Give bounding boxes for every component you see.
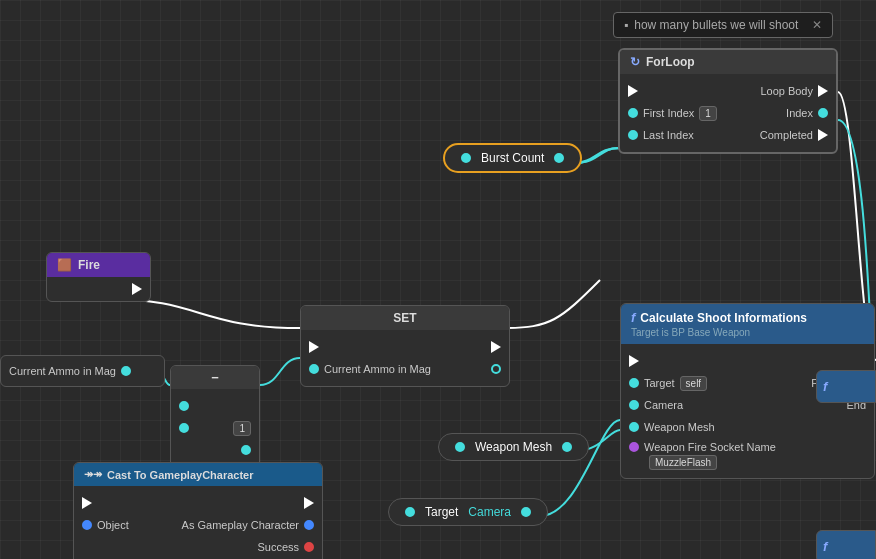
partial-func-icon-2: f bbox=[823, 539, 827, 554]
calc-target-pin[interactable] bbox=[629, 378, 639, 388]
calc-camera-pin[interactable] bbox=[629, 400, 639, 410]
calc-exec-row bbox=[621, 350, 874, 372]
completed-pin[interactable] bbox=[818, 129, 828, 141]
pin-row-first-index: First Index 1 Index bbox=[620, 102, 836, 124]
pin-row-last-index: Last Index Completed bbox=[620, 124, 836, 146]
cast-exec-out[interactable] bbox=[304, 497, 314, 509]
first-index-label: First Index bbox=[643, 107, 694, 119]
calc-socket-row: Weapon Fire Socket Name MuzzleFlash bbox=[621, 438, 874, 472]
func-icon: f bbox=[631, 310, 635, 325]
calc-mesh-pin[interactable] bbox=[629, 422, 639, 432]
cast-icon: ↠↠ bbox=[84, 468, 102, 481]
sub-in1-pin[interactable] bbox=[179, 401, 189, 411]
set-exec-out[interactable] bbox=[491, 341, 501, 353]
first-index-pin[interactable] bbox=[628, 108, 638, 118]
partial-node-top: f bbox=[816, 370, 876, 403]
calc-mesh-row: Weapon Mesh bbox=[621, 416, 874, 438]
set-ammo-row: Current Ammo in Mag bbox=[301, 358, 509, 380]
exec-in-pin[interactable] bbox=[628, 85, 638, 97]
subtract-body: 1 bbox=[171, 389, 259, 467]
comment-text: how many bullets we will shoot bbox=[634, 18, 798, 32]
cast-as-pin[interactable] bbox=[304, 520, 314, 530]
forloop-title: ForLoop bbox=[646, 55, 695, 69]
camera-pin[interactable] bbox=[521, 507, 531, 517]
camera-label: Camera bbox=[468, 505, 511, 519]
target-pin[interactable] bbox=[405, 507, 415, 517]
sub-out-pin[interactable] bbox=[241, 445, 251, 455]
last-index-label: Last Index bbox=[643, 129, 694, 141]
fire-body bbox=[47, 277, 150, 301]
ammo-out-pin[interactable] bbox=[121, 366, 131, 376]
sub-value[interactable]: 1 bbox=[233, 421, 251, 436]
comment-close[interactable]: ✕ bbox=[812, 18, 822, 32]
calc-socket-label: Weapon Fire Socket Name bbox=[644, 441, 776, 453]
cast-exec-in[interactable] bbox=[82, 497, 92, 509]
comment-icon: ▪ bbox=[624, 18, 628, 32]
cast-exec-row bbox=[74, 492, 322, 514]
calc-title: f Calculate Shoot Informations bbox=[631, 310, 864, 325]
cast-object-row: Object As Gameplay Character bbox=[74, 514, 322, 536]
calc-target-label: Target bbox=[644, 377, 675, 389]
cast-success-pin[interactable] bbox=[304, 542, 314, 552]
cast-success-row: Success bbox=[74, 536, 322, 558]
index-pin[interactable] bbox=[818, 108, 828, 118]
forloop-node: ↻ ForLoop Loop Body First Index 1 Index bbox=[618, 48, 838, 154]
cast-success-label: Success bbox=[257, 541, 299, 553]
set-ammo-label: Current Ammo in Mag bbox=[324, 363, 431, 375]
fire-exec-pin[interactable] bbox=[132, 283, 142, 295]
calc-mesh-label: Weapon Mesh bbox=[644, 421, 715, 433]
index-label: Index bbox=[786, 107, 813, 119]
loop-body-pin[interactable] bbox=[818, 85, 828, 97]
sub-in1-row bbox=[171, 395, 259, 417]
set-exec-row bbox=[301, 336, 509, 358]
set-ammo-out-pin[interactable] bbox=[491, 364, 501, 374]
partial-node-bottom: f bbox=[816, 530, 876, 559]
completed-label: Completed bbox=[760, 129, 813, 141]
fire-title: Fire bbox=[78, 258, 100, 272]
set-node: SET Current Ammo in Mag bbox=[300, 305, 510, 387]
calc-self-chip: self bbox=[680, 376, 708, 391]
set-body: Current Ammo in Mag bbox=[301, 330, 509, 386]
calc-header: f Calculate Shoot Informations Target is… bbox=[621, 304, 874, 344]
burst-count-label: Burst Count bbox=[481, 151, 544, 165]
sub-in2-pin[interactable] bbox=[179, 423, 189, 433]
subtract-node: − 1 bbox=[170, 365, 260, 468]
calc-camera-label: Camera bbox=[644, 399, 683, 411]
weapon-mesh-label: Weapon Mesh bbox=[475, 440, 552, 454]
weapon-mesh-right-pin[interactable] bbox=[562, 442, 572, 452]
weapon-mesh-left-pin[interactable] bbox=[455, 442, 465, 452]
cast-object-label: Object bbox=[97, 519, 129, 531]
sub-in2-row: 1 bbox=[171, 417, 259, 439]
forloop-header: ↻ ForLoop bbox=[620, 50, 836, 74]
cast-node: ↠↠ Cast To GameplayCharacter Object As G… bbox=[73, 462, 323, 559]
partial-func-icon: f bbox=[823, 379, 827, 394]
calc-exec-in[interactable] bbox=[629, 355, 639, 367]
burst-count-right-pin[interactable] bbox=[554, 153, 564, 163]
calc-muzzle-chip: MuzzleFlash bbox=[649, 455, 717, 470]
pin-row-exec-in: Loop Body bbox=[620, 80, 836, 102]
burst-count-node: Burst Count bbox=[443, 143, 582, 173]
forloop-body: Loop Body First Index 1 Index Last Index… bbox=[620, 74, 836, 152]
cast-title: Cast To GameplayCharacter bbox=[107, 469, 254, 481]
set-exec-in[interactable] bbox=[309, 341, 319, 353]
fire-node: 🟫 Fire bbox=[46, 252, 151, 302]
current-ammo-node: Current Ammo in Mag bbox=[0, 355, 165, 387]
calc-title-text: Calculate Shoot Informations bbox=[640, 311, 807, 325]
burst-count-left-pin[interactable] bbox=[461, 153, 471, 163]
cast-object-pin[interactable] bbox=[82, 520, 92, 530]
ammo-label: Current Ammo in Mag bbox=[9, 365, 116, 377]
calc-subtitle: Target is BP Base Weapon bbox=[631, 327, 864, 338]
target-camera-node: Target Camera bbox=[388, 498, 548, 526]
last-index-pin[interactable] bbox=[628, 130, 638, 140]
set-ammo-in-pin[interactable] bbox=[309, 364, 319, 374]
calc-body: Target self Projectile T Camera End Weap… bbox=[621, 344, 874, 478]
subtract-op: − bbox=[211, 370, 219, 385]
forloop-icon: ↻ bbox=[630, 55, 640, 69]
calc-socket-pin[interactable] bbox=[629, 442, 639, 452]
target-label: Target bbox=[425, 505, 458, 519]
cast-as-label: As Gameplay Character bbox=[182, 519, 299, 531]
first-index-value[interactable]: 1 bbox=[699, 106, 717, 121]
cast-header: ↠↠ Cast To GameplayCharacter bbox=[74, 463, 322, 486]
loop-body-label: Loop Body bbox=[760, 85, 813, 97]
set-title: SET bbox=[393, 311, 416, 325]
